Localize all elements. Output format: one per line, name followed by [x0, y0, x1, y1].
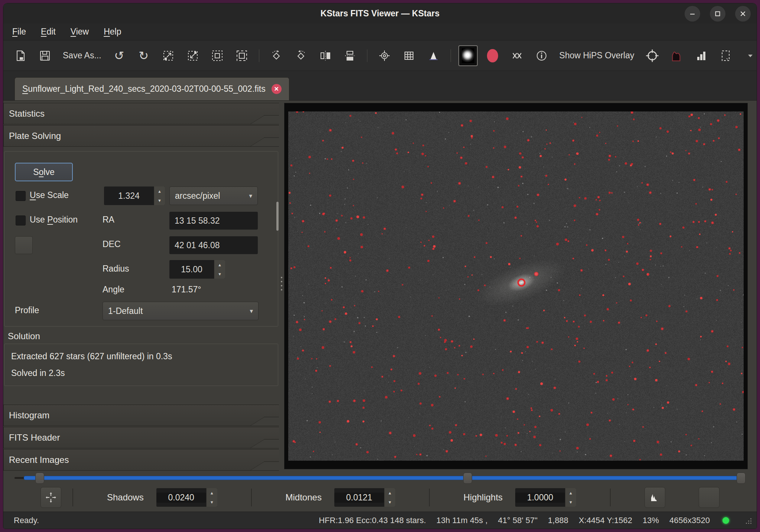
- chevron-down-icon: ▾: [250, 307, 253, 315]
- panel-tab-recent-images[interactable]: Recent Images: [3, 449, 279, 471]
- rotate-right-button[interactable]: [267, 45, 286, 66]
- shadows-spinbox[interactable]: 0.0240 ▴▾: [156, 488, 217, 507]
- radius-label: Radius: [103, 264, 129, 274]
- zoom-fit-icon: [211, 49, 224, 62]
- menu-edit[interactable]: Edit: [41, 27, 56, 37]
- plate-solving-group: Solve Use Scale 1.324 ▴▾ arcsec/pixel▾ U…: [4, 151, 278, 327]
- selection-stats-dropdown[interactable]: [741, 45, 757, 66]
- highlights-spinbox[interactable]: 1.0000 ▴▾: [515, 488, 576, 507]
- blank-toggle-button[interactable]: [699, 487, 720, 508]
- midtones-label: Midtones: [286, 492, 322, 503]
- selection-statistics-button[interactable]: [716, 45, 735, 66]
- spin-down-icon[interactable]: ▾: [565, 497, 576, 507]
- save-button[interactable]: [35, 45, 55, 66]
- panel-tab-fits-header[interactable]: FITS Header: [3, 427, 279, 448]
- zoom-100-button[interactable]: [232, 45, 251, 66]
- menu-help[interactable]: Help: [104, 27, 121, 37]
- scale-units-combo[interactable]: arcsec/pixel▾: [169, 186, 258, 205]
- flip-vertical-button[interactable]: [340, 45, 360, 66]
- midtones-spinbox[interactable]: 0.0121 ▴▾: [334, 488, 395, 507]
- menu-file[interactable]: File: [12, 27, 26, 37]
- resize-grip[interactable]: [745, 517, 751, 524]
- spin-down-icon[interactable]: ▾: [214, 269, 225, 279]
- splitter-handle-icon: [281, 277, 282, 291]
- spin-down-icon[interactable]: ▾: [207, 497, 217, 507]
- show-histogram-button[interactable]: [644, 487, 665, 508]
- view-star-profile-button[interactable]: [458, 45, 478, 66]
- highlights-label: Highlights: [464, 492, 503, 503]
- flip-horizontal-button[interactable]: [316, 45, 335, 66]
- spin-up-icon[interactable]: ▴: [384, 488, 395, 497]
- chevron-down-icon: ▾: [249, 192, 252, 200]
- crosshair-button[interactable]: [375, 45, 394, 66]
- pyramid-button[interactable]: [424, 45, 443, 66]
- profile-combo[interactable]: 1-Default▾: [103, 302, 259, 320]
- spin-down-icon[interactable]: ▾: [154, 196, 165, 205]
- spin-up-icon[interactable]: ▴: [154, 186, 165, 196]
- fits-image-canvas[interactable]: [288, 111, 744, 461]
- fits-info-button[interactable]: [532, 45, 551, 66]
- panel-tab-plate-solving[interactable]: Plate Solving: [3, 125, 279, 147]
- open-file-button[interactable]: [11, 45, 30, 66]
- kstars-fits-viewer-window: KStars FITS Viewer — KStars File Edit Vi…: [3, 3, 757, 529]
- close-button[interactable]: [735, 6, 751, 22]
- highlights-slider-handle[interactable]: [737, 473, 746, 484]
- use-position-checkbox[interactable]: [16, 215, 26, 226]
- spin-up-icon[interactable]: ▴: [214, 260, 225, 269]
- position-extra-button[interactable]: [15, 236, 33, 254]
- solution-line-solved: Solved in 2.3s: [11, 368, 271, 378]
- rotate-left-button[interactable]: [291, 45, 311, 66]
- panel-splitter[interactable]: [279, 101, 284, 472]
- panel-tab-statistics[interactable]: Statistics: [3, 103, 279, 124]
- grid-button[interactable]: [399, 45, 419, 66]
- shadows-slider-handle[interactable]: [35, 473, 44, 484]
- status-cursor-xy: X:4454 Y:1562: [579, 516, 632, 525]
- zoom-out-icon: [186, 49, 199, 62]
- document-tab-bar: Sunflower_Light_Red_240_secs_2020-03-02T…: [3, 71, 757, 101]
- stretch-controls: Shadows 0.0240 ▴▾ Midtones 0.0121 ▴▾ Hig…: [3, 483, 757, 512]
- center-telescope-button[interactable]: [643, 45, 662, 66]
- use-scale-label: Use Scale: [30, 190, 69, 200]
- panel-tab-histogram[interactable]: Histogram: [3, 405, 279, 426]
- auto-stretch-button[interactable]: [40, 487, 61, 508]
- menu-view[interactable]: View: [71, 27, 89, 37]
- spin-down-icon[interactable]: ▾: [384, 497, 395, 507]
- save-as-button[interactable]: Save As...: [60, 51, 104, 61]
- zoom-in-button[interactable]: [159, 45, 178, 66]
- use-scale-checkbox[interactable]: [16, 191, 26, 201]
- mark-stars-button[interactable]: [483, 45, 502, 66]
- toggle-stretch-button[interactable]: [667, 45, 686, 66]
- maximize-button[interactable]: [710, 6, 725, 22]
- status-ready: Ready.: [14, 516, 39, 525]
- zoom-fit-button[interactable]: [208, 45, 227, 66]
- solve-button[interactable]: Solve: [15, 163, 73, 181]
- status-led-icon: [722, 517, 729, 524]
- chevron-down-icon: [747, 52, 754, 59]
- unmark-stars-button[interactable]: [507, 45, 527, 66]
- undo-icon: ↺: [114, 50, 124, 62]
- tab-sunflower-fits[interactable]: Sunflower_Light_Red_240_secs_2020-03-02T…: [14, 77, 289, 100]
- midtones-slider-handle[interactable]: [463, 473, 472, 484]
- undo-button[interactable]: ↺: [110, 45, 129, 66]
- title-bar[interactable]: KStars FITS Viewer — KStars: [3, 3, 757, 23]
- scale-spinbox[interactable]: 1.324 ▴▾: [104, 186, 165, 205]
- radius-spinbox[interactable]: 15.00 ▴▾: [169, 260, 225, 279]
- controls-separator: [72, 489, 73, 506]
- tab-close-button[interactable]: ✕: [272, 84, 282, 94]
- redo-button[interactable]: ↻: [134, 45, 153, 66]
- ra-field[interactable]: 13 15 58.32: [169, 212, 258, 230]
- image-statistics-button[interactable]: [692, 45, 711, 66]
- panel-scrollbar-thumb[interactable]: [276, 202, 279, 231]
- status-zoom: 13%: [643, 516, 659, 525]
- fits-image-view: [284, 103, 748, 469]
- spin-up-icon[interactable]: ▴: [565, 488, 576, 497]
- crossed-stars-icon: [511, 49, 523, 62]
- minimize-button[interactable]: [685, 6, 700, 22]
- dec-field[interactable]: 42 01 46.08: [169, 236, 258, 254]
- histogram-stretch-icon: [670, 49, 683, 62]
- show-hips-overlay-button[interactable]: Show HiPS Overlay: [556, 51, 637, 61]
- zoom-out-button[interactable]: [183, 45, 202, 66]
- flip-horizontal-icon: [319, 49, 332, 62]
- spin-up-icon[interactable]: ▴: [207, 488, 217, 497]
- solution-line-extracted: Extracted 627 stars (627 unfiltered) in …: [11, 351, 271, 361]
